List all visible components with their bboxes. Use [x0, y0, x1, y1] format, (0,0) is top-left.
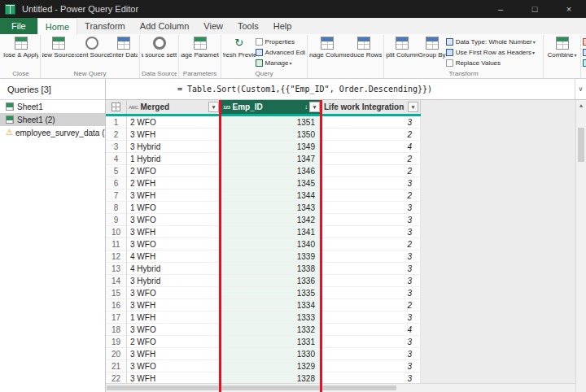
emp-id-cell[interactable]: 1347 [221, 153, 322, 165]
row-number-cell[interactable]: 11 [106, 238, 127, 250]
tab-tools[interactable]: Tools [230, 18, 266, 34]
merged-cell[interactable]: 4 WFH [127, 250, 221, 263]
table-row[interactable]: 3 3 Hybrid 1349 4 [106, 141, 421, 153]
text-analytics-button[interactable]: Text Anal [583, 37, 586, 47]
merged-cell[interactable]: 3 WFH [127, 189, 221, 202]
emp-id-cell[interactable]: 1351 [221, 116, 322, 128]
table-row[interactable]: 20 3 WFH 1330 3 [106, 348, 421, 360]
row-number-cell[interactable]: 17 [106, 311, 127, 324]
emp-id-cell[interactable]: 1338 [221, 263, 322, 275]
life-work-integration-cell[interactable]: 3 [322, 287, 421, 299]
table-row[interactable]: 13 4 Hybrid 1338 3 [106, 263, 421, 275]
emp-id-cell[interactable]: 1336 [221, 275, 322, 287]
table-row[interactable]: 12 4 WFH 1339 3 [106, 250, 421, 263]
split-column-button[interactable]: Split Column▾ [386, 35, 418, 69]
emp-id-cell[interactable]: 1334 [221, 299, 322, 311]
merged-cell[interactable]: 2 WFO [127, 116, 221, 128]
merged-cell[interactable]: 2 WFO [127, 336, 221, 348]
merged-cell[interactable]: 3 WFH [127, 348, 221, 360]
table-row[interactable]: 1 2 WFO 1351 3 [106, 116, 421, 128]
table-row[interactable]: 10 3 WFH 1341 3 [106, 226, 421, 238]
row-number-cell[interactable]: 12 [106, 250, 127, 263]
enter-data-button[interactable]: Enter Data [110, 35, 138, 69]
close-and-apply-button[interactable]: Close & Apply▾ [3, 35, 38, 69]
emp-id-cell[interactable]: 1345 [221, 177, 322, 189]
merged-cell[interactable]: 4 Hybrid [127, 263, 221, 275]
life-work-integration-cell[interactable]: 4 [322, 141, 421, 153]
tab-transform[interactable]: Transform [77, 18, 133, 34]
manage-parameters-button[interactable]: Manage Parameters▾ [181, 35, 219, 69]
new-source-button[interactable]: New Source▾ [42, 35, 75, 69]
row-number-cell[interactable]: 19 [106, 336, 127, 348]
life-work-integration-cell[interactable]: 3 [322, 116, 421, 128]
merged-cell[interactable]: 3 Hybrid [127, 141, 221, 153]
row-number-cell[interactable]: 20 [106, 348, 127, 360]
query-item-employee-survey-data-2[interactable]: ⚠ employee_survey_data (2) [0, 126, 105, 139]
life-work-integration-cell[interactable]: 3 [322, 226, 421, 238]
group-by-button[interactable]: Group By [418, 35, 446, 69]
reduce-rows-button[interactable]: Reduce Rows▾ [346, 35, 383, 69]
horizontal-scrollbar-thumb[interactable] [107, 385, 396, 390]
row-number-cell[interactable]: 8 [106, 202, 127, 214]
replace-values-button[interactable]: Replace Values [446, 58, 541, 68]
life-work-integration-cell[interactable]: 3 [322, 250, 421, 263]
merged-cell[interactable]: 3 WFO [127, 287, 221, 299]
life-work-integration-cell[interactable]: 3 [322, 348, 421, 360]
life-work-integration-cell[interactable]: 3 [322, 275, 421, 287]
emp-id-cell[interactable]: 1343 [221, 202, 322, 214]
table-row[interactable]: 7 3 WFH 1344 2 [106, 189, 421, 202]
row-number-cell[interactable]: 7 [106, 189, 127, 202]
table-row[interactable]: 8 1 WFO 1343 3 [106, 202, 421, 214]
life-work-integration-cell[interactable]: 3 [322, 263, 421, 275]
merged-cell[interactable]: 3 WFH [127, 128, 221, 141]
row-number-cell[interactable]: 9 [106, 214, 127, 226]
emp-id-cell[interactable]: 1346 [221, 165, 322, 177]
row-number-cell[interactable]: 1 [106, 116, 127, 128]
merged-cell[interactable]: 1 Hybrid [127, 153, 221, 165]
life-work-integration-cell[interactable]: 3 [322, 202, 421, 214]
table-row[interactable]: 5 2 WFO 1346 2 [106, 165, 421, 177]
table-row[interactable]: 16 3 WFH 1334 2 [106, 299, 421, 311]
filter-dropdown-icon[interactable]: ▾ [408, 102, 418, 112]
table-row[interactable]: 14 3 Hybrid 1336 3 [106, 275, 421, 287]
table-row[interactable]: 9 3 WFO 1342 3 [106, 214, 421, 226]
table-row[interactable]: 17 1 WFH 1333 3 [106, 311, 421, 324]
life-work-integration-cell[interactable]: 2 [322, 238, 421, 250]
merged-cell[interactable]: 3 Hybrid [127, 275, 221, 287]
life-work-integration-cell[interactable]: 2 [322, 299, 421, 311]
merged-cell[interactable]: 3 WFO [127, 360, 221, 372]
life-work-integration-cell[interactable]: 3 [322, 214, 421, 226]
life-work-integration-cell[interactable]: 3 [322, 336, 421, 348]
recent-sources-button[interactable]: Recent Sources▾ [75, 35, 111, 69]
row-number-cell[interactable]: 21 [106, 360, 127, 372]
emp-id-cell[interactable]: 1339 [221, 250, 322, 263]
row-number-cell[interactable]: 2 [106, 128, 127, 141]
emp-id-cell[interactable]: 1340 [221, 238, 322, 250]
emp-id-cell[interactable]: 1344 [221, 189, 322, 202]
query-item-sheet1[interactable]: Sheet1 [0, 100, 105, 113]
merged-cell[interactable]: 3 WFH [127, 299, 221, 311]
table-corner-button[interactable] [106, 100, 127, 114]
manage-button[interactable]: Manage▾ [256, 58, 305, 68]
life-work-integration-cell[interactable]: 4 [322, 324, 421, 336]
column-header-merged[interactable]: ABC Merged ▾ [127, 100, 221, 114]
table-row[interactable]: 6 2 WFH 1345 3 [106, 177, 421, 189]
merged-cell[interactable]: 3 WFO [127, 214, 221, 226]
merged-cell[interactable]: 3 WFO [127, 324, 221, 336]
table-row[interactable]: 2 3 WFH 1350 2 [106, 128, 421, 141]
merged-cell[interactable]: 1 WFO [127, 202, 221, 214]
emp-id-cell[interactable]: 1335 [221, 287, 322, 299]
refresh-preview-button[interactable]: ↻ Refresh Preview▾ [223, 35, 256, 69]
data-source-settings-button[interactable]: Data source settings [142, 35, 177, 69]
merged-cell[interactable]: 3 WFH [127, 226, 221, 238]
filter-dropdown-icon[interactable]: ▾ [309, 102, 320, 112]
row-number-cell[interactable]: 15 [106, 287, 127, 299]
azure-ml-button[interactable]: Azure M [583, 58, 586, 68]
emp-id-cell[interactable]: 1331 [221, 336, 322, 348]
vision-button[interactable]: Vision [583, 47, 586, 58]
column-header-life-work-integration[interactable]: Life work Integration ▾ [322, 100, 421, 114]
row-number-cell[interactable]: 18 [106, 324, 127, 336]
emp-id-cell[interactable]: 1341 [221, 226, 322, 238]
row-number-cell[interactable]: 3 [106, 141, 127, 153]
query-item-sheet1-2[interactable]: Sheet1 (2) [0, 113, 105, 126]
